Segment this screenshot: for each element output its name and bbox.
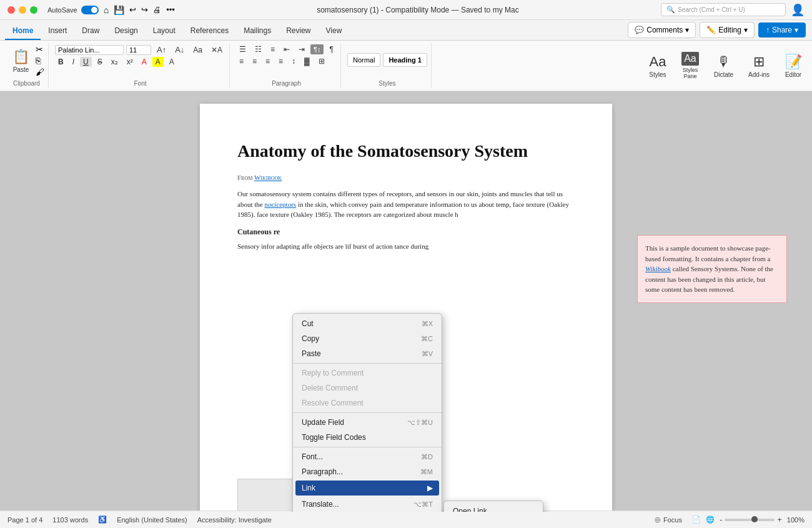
ctx-cut[interactable]: Cut ⌘X bbox=[293, 316, 442, 331]
styles-button[interactable]: Aa Styles bbox=[644, 51, 671, 81]
ctx-delete-label: Delete Comment bbox=[302, 384, 358, 392]
bold-button[interactable]: B bbox=[55, 57, 67, 67]
tab-insert[interactable]: Insert bbox=[41, 22, 74, 40]
wikibook-link[interactable]: Wikibook bbox=[254, 174, 282, 181]
view-print-icon[interactable]: 📄 bbox=[692, 516, 701, 524]
zoom-track[interactable] bbox=[725, 519, 775, 521]
tab-view[interactable]: View bbox=[319, 22, 350, 40]
format-painter-icon[interactable]: 🖌 bbox=[36, 67, 44, 77]
autosave-label: AutoSave bbox=[47, 6, 77, 14]
focus-button[interactable]: ◎ Focus bbox=[650, 514, 687, 525]
justify-button[interactable]: ≡ bbox=[275, 56, 286, 66]
zoom-thumb[interactable] bbox=[751, 516, 758, 522]
font-shrink-button[interactable]: A↓ bbox=[172, 44, 187, 55]
comments-button[interactable]: 💬 Comments ▾ bbox=[628, 22, 696, 38]
zoom-slider[interactable]: - + bbox=[720, 515, 782, 524]
tab-review[interactable]: Review bbox=[279, 22, 318, 40]
more-icon[interactable]: ••• bbox=[166, 5, 175, 14]
font-size-input[interactable] bbox=[126, 45, 151, 55]
ctx-link[interactable]: Link ▶ bbox=[295, 481, 439, 496]
line-spacing-button[interactable]: ↕ bbox=[289, 56, 299, 66]
home-icon[interactable]: ⌂ bbox=[104, 5, 109, 15]
clipboard-tools: 📋 Paste ✂ ⎘ 🖌 bbox=[9, 44, 44, 77]
editing-button[interactable]: ✏️ Editing ▾ bbox=[700, 22, 755, 38]
share-button[interactable]: ↑ Share ▾ bbox=[758, 22, 806, 37]
comment-box: This is a sample document to showcase pa… bbox=[637, 235, 787, 303]
align-left-button[interactable]: ≡ bbox=[236, 56, 247, 66]
zoom-minus-icon[interactable]: - bbox=[720, 515, 722, 524]
decrease-indent-button[interactable]: ⇤ bbox=[280, 44, 293, 54]
maximize-button[interactable] bbox=[30, 6, 37, 14]
highlight-button[interactable]: A bbox=[152, 57, 164, 67]
minimize-button[interactable] bbox=[19, 6, 26, 14]
numbering-button[interactable]: ☷ bbox=[252, 44, 265, 54]
close-button[interactable] bbox=[7, 6, 15, 14]
language-indicator[interactable]: English (United States) bbox=[117, 516, 187, 524]
ctx-toggle-label: Toggle Field Codes bbox=[302, 433, 366, 442]
multilevel-button[interactable]: ≡ bbox=[267, 44, 278, 54]
font-name-input[interactable] bbox=[55, 45, 124, 55]
comment-text-1: This is a sample document to showcase pa… bbox=[645, 244, 771, 262]
tab-layout[interactable]: Layout bbox=[146, 22, 183, 40]
italic-button[interactable]: I bbox=[69, 57, 77, 67]
paste-button[interactable]: 📋 Paste bbox=[9, 47, 33, 74]
autosave-area[interactable]: AutoSave bbox=[47, 6, 99, 14]
font-grow-button[interactable]: A↑ bbox=[154, 44, 169, 55]
ctx-paragraph[interactable]: Paragraph... ⌘M bbox=[293, 464, 442, 479]
tab-home[interactable]: Home bbox=[5, 22, 41, 40]
show-marks-button[interactable]: ¶ bbox=[326, 44, 336, 54]
tab-mailings[interactable]: Mailings bbox=[236, 22, 279, 40]
word-count[interactable]: 1103 words bbox=[52, 516, 88, 524]
accessibility-checker[interactable]: ♿ bbox=[98, 516, 107, 524]
font-color-button[interactable]: A bbox=[139, 57, 150, 67]
tab-design[interactable]: Design bbox=[107, 22, 145, 40]
view-web-icon[interactable]: 🌐 bbox=[706, 516, 715, 524]
editor-button[interactable]: 📝 Editor bbox=[780, 51, 807, 81]
styles-pane-button[interactable]: Aa StylesPane bbox=[676, 49, 704, 82]
window-controls[interactable] bbox=[7, 6, 37, 14]
ctx-paste[interactable]: Paste ⌘V bbox=[293, 346, 442, 361]
strikethrough-button[interactable]: S bbox=[94, 57, 106, 67]
superscript-button[interactable]: x² bbox=[124, 57, 136, 67]
bullets-button[interactable]: ☰ bbox=[236, 44, 249, 54]
redo-icon[interactable]: ↪ bbox=[141, 5, 148, 14]
ctx-update-field[interactable]: Update Field ⌥⇧⌘U bbox=[293, 415, 442, 430]
profile-icon[interactable]: 👤 bbox=[791, 3, 805, 17]
comment-wikibook-link[interactable]: Wikibook bbox=[645, 265, 671, 272]
search-placeholder: Search (Cmd + Ctrl + U) bbox=[678, 6, 745, 13]
accessibility-status[interactable]: Accessibility: Investigate bbox=[197, 516, 272, 524]
sort-button[interactable]: ¶↕ bbox=[310, 44, 324, 54]
borders-button[interactable]: ⊞ bbox=[315, 56, 328, 66]
underline-button[interactable]: U bbox=[80, 57, 92, 67]
shading-button[interactable]: ▓ bbox=[301, 56, 313, 66]
align-center-button[interactable]: ≡ bbox=[249, 56, 260, 66]
font-case-button[interactable]: Aa bbox=[190, 45, 205, 55]
ctx-toggle-field[interactable]: Toggle Field Codes bbox=[293, 430, 442, 445]
undo-icon[interactable]: ↩ bbox=[129, 5, 136, 14]
clear-format-button[interactable]: ✕A bbox=[208, 45, 225, 55]
dictate-button[interactable]: 🎙 Dictate bbox=[709, 51, 738, 81]
text-color-button[interactable]: A bbox=[166, 57, 177, 67]
style-normal[interactable]: Normal bbox=[347, 53, 380, 67]
ctx-font[interactable]: Font... ⌘D bbox=[293, 449, 442, 464]
zoom-level[interactable]: 100% bbox=[787, 516, 805, 524]
cut-icon[interactable]: ✂ bbox=[36, 44, 44, 54]
search-bar[interactable]: 🔍 Search (Cmd + Ctrl + U) bbox=[661, 3, 786, 16]
ctx-copy[interactable]: Copy ⌘C bbox=[293, 331, 442, 346]
print-icon[interactable]: 🖨 bbox=[153, 5, 161, 14]
tab-references[interactable]: References bbox=[183, 22, 236, 40]
save-icon[interactable]: 💾 bbox=[114, 5, 124, 15]
page-indicator[interactable]: Page 1 of 4 bbox=[7, 516, 42, 524]
autosave-toggle[interactable] bbox=[81, 6, 99, 14]
tab-draw[interactable]: Draw bbox=[74, 22, 107, 40]
style-heading1[interactable]: Heading 1 bbox=[383, 53, 427, 67]
ctx-translate[interactable]: Translate... ⌥⌘T bbox=[293, 497, 442, 512]
nociceptors-link[interactable]: nociceptors bbox=[264, 201, 296, 208]
add-ins-button[interactable]: ⊞ Add-ins bbox=[743, 51, 775, 81]
copy-icon[interactable]: ⎘ bbox=[36, 56, 44, 66]
submenu-open-link[interactable]: Open Link bbox=[444, 504, 543, 512]
subscript-button[interactable]: x₂ bbox=[108, 57, 121, 67]
align-right-button[interactable]: ≡ bbox=[262, 56, 273, 66]
increase-indent-button[interactable]: ⇥ bbox=[295, 44, 308, 54]
zoom-plus-icon[interactable]: + bbox=[777, 515, 782, 524]
